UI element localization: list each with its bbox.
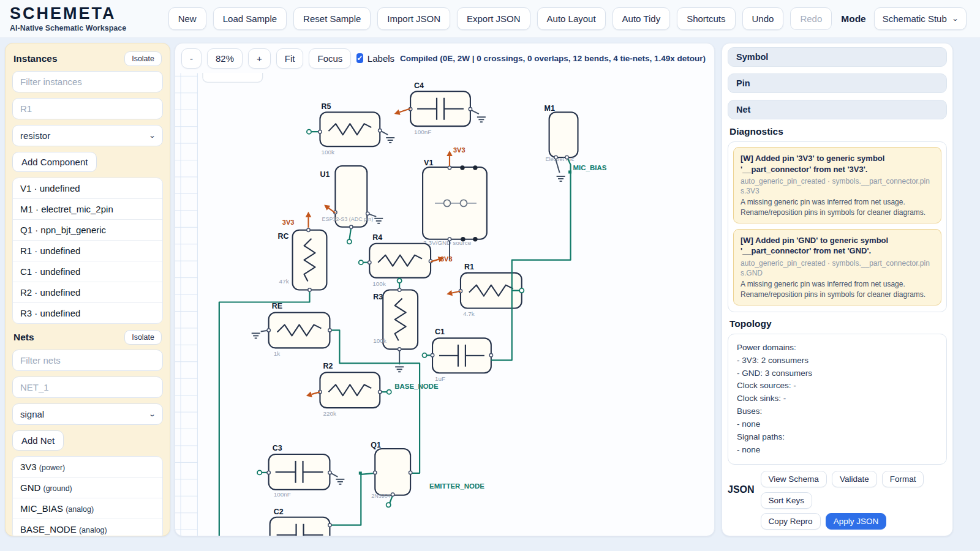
pin-terminal[interactable] bbox=[318, 130, 322, 133]
net-row[interactable]: GND (ground) bbox=[13, 478, 162, 498]
partial-component-box[interactable] bbox=[203, 73, 263, 82]
instance-row[interactable]: V1 · undefined bbox=[13, 178, 162, 199]
component-ref-input[interactable] bbox=[12, 98, 163, 119]
wire-endpoint[interactable] bbox=[387, 390, 391, 394]
apply-json-button[interactable]: Apply JSON bbox=[826, 513, 887, 530]
pin-terminal[interactable] bbox=[308, 288, 311, 291]
pin-terminal[interactable] bbox=[307, 228, 310, 231]
zoom-in-button[interactable]: + bbox=[248, 48, 271, 69]
pin-terminal[interactable] bbox=[328, 471, 331, 474]
pin-terminal[interactable] bbox=[398, 348, 401, 351]
pin-terminal[interactable] bbox=[379, 129, 382, 132]
net-name-label[interactable]: MIC_BIAS bbox=[573, 164, 607, 171]
auto-tidy-button[interactable]: Auto Tidy bbox=[612, 7, 671, 30]
pin-terminal[interactable] bbox=[448, 166, 451, 169]
nets-isolate-button[interactable]: Isolate bbox=[124, 330, 162, 345]
add-component-button[interactable]: Add Component bbox=[12, 152, 97, 172]
pin-terminal[interactable] bbox=[398, 288, 401, 291]
reset-sample-button[interactable]: Reset Sample bbox=[293, 7, 371, 30]
pin-terminal[interactable] bbox=[267, 329, 270, 332]
instance-row[interactable]: R2 · undefined bbox=[13, 282, 162, 303]
pin-terminal[interactable] bbox=[554, 156, 557, 159]
shortcuts-button[interactable]: Shortcuts bbox=[677, 7, 735, 30]
component-R5[interactable] bbox=[320, 112, 380, 146]
load-sample-button[interactable]: Load Sample bbox=[213, 7, 287, 30]
power-net-label[interactable]: 3V3 bbox=[440, 255, 453, 263]
view-schema-button[interactable]: View Schema bbox=[761, 471, 827, 487]
net-row[interactable]: MIC_BIAS (analog) bbox=[13, 498, 162, 519]
undo-button[interactable]: Undo bbox=[742, 7, 784, 30]
power-net-label[interactable]: 3V3 bbox=[282, 219, 295, 226]
net-name-label[interactable]: EMITTER_NODE bbox=[429, 482, 484, 490]
copy-repro-button[interactable]: Copy Repro bbox=[761, 513, 821, 530]
component-RC[interactable] bbox=[293, 230, 327, 290]
pin-terminal[interactable] bbox=[448, 238, 451, 241]
wire[interactable] bbox=[330, 473, 375, 525]
schematic-svg[interactable]: R5100kC4100nFM1Electret micU1ESP32-S3 (A… bbox=[175, 73, 714, 536]
filter-instances-input[interactable] bbox=[12, 71, 163, 92]
accordion-pin[interactable]: Pin bbox=[728, 73, 947, 93]
fit-button[interactable]: Fit bbox=[276, 48, 304, 69]
instance-row[interactable]: Q1 · npn_bjt_generic bbox=[13, 220, 162, 241]
component-M1[interactable] bbox=[549, 112, 578, 157]
wire-endpoint[interactable] bbox=[257, 470, 262, 474]
focus-button[interactable]: Focus bbox=[309, 48, 351, 69]
wire-endpoint[interactable] bbox=[422, 353, 426, 358]
net-type-select[interactable]: signal ⌄ bbox=[12, 403, 163, 425]
net-row[interactable]: BASE_NODE (analog) bbox=[13, 519, 162, 536]
labels-checkbox[interactable]: ✓ bbox=[356, 53, 363, 63]
accordion-symbol[interactable]: Symbol bbox=[728, 47, 947, 67]
pin-terminal[interactable] bbox=[409, 471, 412, 474]
net-row[interactable]: 3V3 (power) bbox=[13, 457, 162, 478]
pin-terminal[interactable] bbox=[489, 354, 492, 357]
pin-terminal[interactable] bbox=[350, 225, 353, 228]
pin-terminal[interactable] bbox=[379, 390, 382, 393]
wire[interactable] bbox=[491, 158, 571, 360]
wire-endpoint[interactable] bbox=[519, 288, 524, 293]
instance-row[interactable]: R1 · undefined bbox=[13, 241, 162, 261]
component-RE[interactable] bbox=[269, 312, 330, 348]
pin-terminal[interactable] bbox=[565, 156, 568, 159]
component-R3[interactable] bbox=[383, 290, 418, 350]
validate-button[interactable]: Validate bbox=[832, 471, 877, 487]
wire-endpoint[interactable] bbox=[386, 503, 391, 507]
component-R2[interactable] bbox=[320, 372, 380, 408]
pin-terminal[interactable] bbox=[374, 471, 377, 474]
pin-terminal[interactable] bbox=[366, 212, 369, 215]
power-net-label[interactable]: 3V3 bbox=[453, 146, 466, 154]
format-button[interactable]: Format bbox=[882, 471, 924, 487]
wire-endpoint[interactable] bbox=[347, 239, 352, 244]
instance-row[interactable]: M1 · electret_mic_2pin bbox=[13, 199, 162, 220]
new-button[interactable]: New bbox=[168, 7, 206, 30]
schematic-viewport[interactable]: R5100kC4100nFM1Electret micU1ESP32-S3 (A… bbox=[175, 73, 714, 536]
component-R4[interactable] bbox=[369, 244, 431, 278]
instance-row[interactable]: R3 · undefined bbox=[13, 303, 162, 323]
pin-terminal[interactable] bbox=[328, 523, 331, 527]
wire-endpoint[interactable] bbox=[307, 130, 311, 134]
wire-endpoint[interactable] bbox=[359, 260, 363, 264]
net-name-label[interactable]: BASE_NODE bbox=[394, 383, 439, 390]
add-net-button[interactable]: Add Net bbox=[12, 430, 64, 451]
component-Q1[interactable] bbox=[375, 449, 410, 495]
pin-terminal[interactable] bbox=[368, 261, 371, 264]
accordion-net[interactable]: Net bbox=[728, 100, 947, 119]
import-json-button[interactable]: Import JSON bbox=[377, 7, 450, 30]
zoom-level-button[interactable]: 82% bbox=[207, 48, 243, 69]
sort-keys-button[interactable]: Sort Keys bbox=[761, 492, 813, 509]
net-name-input[interactable] bbox=[12, 377, 163, 398]
instance-row[interactable]: C1 · undefined bbox=[13, 261, 162, 282]
zoom-out-button[interactable]: - bbox=[181, 48, 202, 69]
component-C2[interactable] bbox=[270, 517, 330, 536]
pin-terminal[interactable] bbox=[267, 471, 270, 474]
pin-terminal[interactable] bbox=[328, 329, 331, 332]
pin-terminal[interactable] bbox=[469, 108, 472, 111]
mode-select[interactable]: Schematic Stub ⌄ bbox=[874, 7, 967, 30]
wire-endpoint[interactable] bbox=[398, 279, 402, 283]
auto-layout-button[interactable]: Auto Layout bbox=[537, 7, 606, 30]
pin-terminal[interactable] bbox=[431, 354, 434, 357]
instances-isolate-button[interactable]: Isolate bbox=[124, 51, 162, 66]
filter-nets-input[interactable] bbox=[12, 350, 163, 371]
export-json-button[interactable]: Export JSON bbox=[457, 7, 530, 30]
pin-terminal[interactable] bbox=[391, 493, 394, 496]
component-type-select[interactable]: resistor ⌄ bbox=[12, 125, 163, 146]
